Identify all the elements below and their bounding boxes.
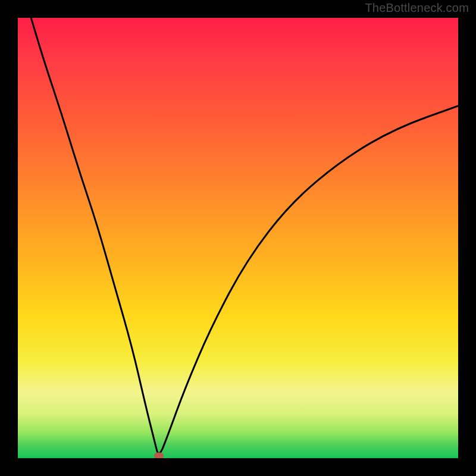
bottleneck-curve <box>18 18 458 458</box>
plot-area <box>18 18 458 458</box>
watermark-text: TheBottleneck.com <box>365 1 469 15</box>
chart-stage: TheBottleneck.com <box>0 0 476 476</box>
minimum-marker <box>154 453 164 459</box>
curve-path <box>31 18 458 453</box>
